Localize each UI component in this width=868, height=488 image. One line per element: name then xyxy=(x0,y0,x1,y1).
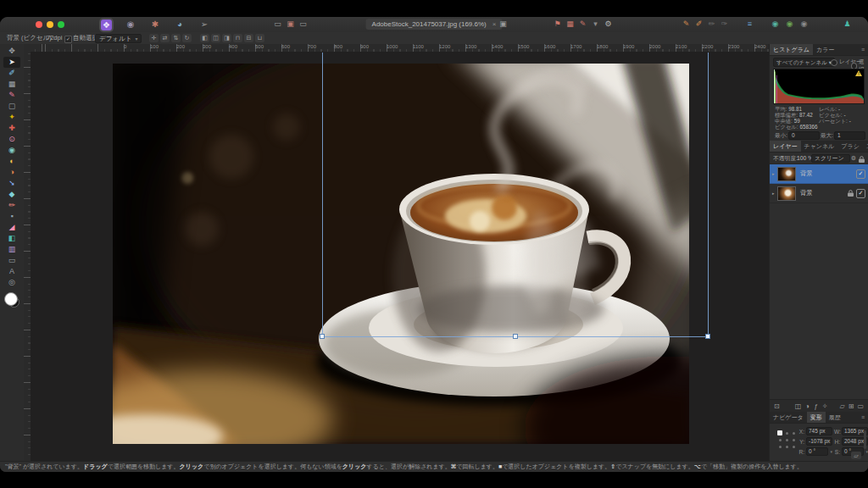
flood-fill-tool[interactable]: ◧ xyxy=(3,233,20,244)
layer-settings-gear-icon[interactable]: ⚙ xyxy=(851,152,856,164)
flip-horizontal-icon[interactable]: ⇄ xyxy=(160,34,170,42)
show-handles-icon[interactable]: ✛ xyxy=(149,34,159,42)
profile-icon[interactable]: ◉ xyxy=(785,19,794,30)
layer-effects-icon[interactable]: ✧ xyxy=(822,402,828,410)
preview-mode-icon[interactable]: ▣ xyxy=(498,19,508,30)
sharpen-tool[interactable]: ◆ xyxy=(3,189,20,200)
transform-x-field[interactable]: X:745 px xyxy=(798,426,832,436)
blemish-removal-tool[interactable]: ⊙ xyxy=(3,134,20,145)
anchor-point-selector[interactable] xyxy=(776,430,797,450)
snap-menu-arrow-icon[interactable]: ▾ xyxy=(591,19,600,30)
liquify-persona[interactable]: ◉ xyxy=(125,19,136,30)
histogram-chart[interactable]: ! xyxy=(773,69,865,104)
tab-layers[interactable]: レイヤー xyxy=(770,141,801,152)
layer-row-background[interactable]: ▸ 背景 ✓ xyxy=(770,184,868,203)
lock-icon[interactable] xyxy=(859,155,865,166)
align-left-icon[interactable]: ◧ xyxy=(200,34,209,42)
add-layer-icon[interactable]: ⊞ xyxy=(849,402,854,410)
align-bottom-icon[interactable]: ⊔ xyxy=(255,34,264,42)
min-input[interactable]: 0 xyxy=(788,131,820,140)
transform-r-field[interactable]: R:0 °▾ xyxy=(798,446,832,457)
visibility-checkbox[interactable]: ✓ xyxy=(856,169,865,179)
insert-inside-icon[interactable]: ✏ xyxy=(707,19,716,30)
split-screen-icon[interactable]: ▭ xyxy=(298,19,308,30)
close-document-icon[interactable]: × xyxy=(492,20,497,28)
tab-history[interactable]: 履歴 xyxy=(826,412,844,423)
zoom-actual-icon[interactable]: ▣ xyxy=(286,19,295,30)
marquee-tool[interactable]: ▢ xyxy=(3,101,20,112)
erase-brush-tool[interactable]: ◢ xyxy=(3,222,20,233)
tab-transform[interactable]: 変形 xyxy=(807,412,826,423)
layer-thumbnail[interactable] xyxy=(777,186,796,201)
tab-color[interactable]: カラー xyxy=(813,44,837,55)
layer-thumbnail[interactable] xyxy=(777,167,796,181)
tab-channels[interactable]: チャンネル xyxy=(801,141,838,152)
auto-select-checkbox[interactable]: ✓ xyxy=(64,36,72,43)
minimize-window-button[interactable] xyxy=(47,21,53,28)
color-sync-icon[interactable]: ◉ xyxy=(771,19,780,30)
remove-layer-icon[interactable]: ▭ xyxy=(857,402,864,410)
channel-dropdown[interactable]: すべてのチャンネル ▾ xyxy=(773,58,835,67)
panel-menu-icon[interactable]: ≡ xyxy=(858,44,868,55)
mask-layer-icon[interactable]: ◫ xyxy=(795,402,802,410)
snap-grid-icon[interactable]: ▦ xyxy=(565,19,575,30)
shear-button[interactable]: ▱ xyxy=(851,452,861,459)
rotate-ccw-icon[interactable]: ↻ xyxy=(182,34,192,42)
close-window-button[interactable] xyxy=(36,21,42,28)
snapping-flag-icon[interactable]: ⚑ xyxy=(553,19,562,30)
align-middle-icon[interactable]: ⊟ xyxy=(244,34,253,42)
selection-brush-tool[interactable]: ✎ xyxy=(3,90,20,101)
flood-select-tool[interactable]: ✦ xyxy=(3,112,20,123)
canvas-viewport[interactable] xyxy=(31,52,770,462)
photo-coffee-cup[interactable] xyxy=(113,64,689,444)
foreground-colour-icon[interactable] xyxy=(4,292,18,306)
account-icon[interactable]: ♟ xyxy=(843,19,852,30)
rectangle-tool[interactable]: ▭ xyxy=(3,255,20,266)
selection-right-edge[interactable] xyxy=(708,53,709,336)
tab-histogram[interactable]: ヒストグラム xyxy=(770,44,813,55)
pixel-tool[interactable]: ▪ xyxy=(3,211,20,222)
tone-mapping-persona[interactable]: ◕ xyxy=(174,19,186,30)
max-input[interactable]: 1 xyxy=(834,131,865,140)
selection-handle-bottom-right[interactable] xyxy=(705,334,710,339)
align-right-icon[interactable]: ◨ xyxy=(222,34,231,42)
zoom-window-button[interactable] xyxy=(58,21,64,28)
adjustment-layer-icon[interactable]: ◑ xyxy=(804,402,810,410)
preset-dropdown[interactable]: デフォルト▾ xyxy=(95,34,142,43)
gear-icon[interactable]: ⚙ xyxy=(604,19,613,30)
align-center-icon[interactable]: ◫ xyxy=(211,34,220,42)
text-tool[interactable]: A xyxy=(3,266,20,277)
dodge-brush-tool[interactable]: ◐ xyxy=(3,156,20,167)
healing-brush-tool[interactable]: ✚ xyxy=(3,123,20,134)
visibility-checkbox[interactable]: ✓ xyxy=(856,189,865,198)
transform-h-field[interactable]: H:2048 px xyxy=(834,436,868,446)
tab-stock[interactable]: ストック xyxy=(863,141,868,152)
layer-row-background-copy[interactable]: ▸ 背景 ✓ xyxy=(770,164,868,184)
cloud-icon[interactable]: ◉ xyxy=(799,19,809,30)
aspect-link-handle[interactable] xyxy=(864,430,866,449)
export-persona[interactable]: ➢ xyxy=(198,19,210,30)
align-top-icon[interactable]: ⊓ xyxy=(233,34,242,42)
selection-handle-bottom-left[interactable] xyxy=(320,334,325,339)
develop-persona[interactable]: ✱ xyxy=(149,19,161,30)
color-picker-tool[interactable]: ✐ xyxy=(3,68,20,79)
photo-persona[interactable]: ❖ xyxy=(101,19,112,30)
tab-navigator[interactable]: ナビゲータ xyxy=(770,412,807,423)
panel-menu-icon[interactable]: ≡ xyxy=(858,412,868,423)
tab-brushes[interactable]: ブラシ xyxy=(837,141,863,152)
paint-brush-tool[interactable]: ✏ xyxy=(3,200,20,211)
snap-pen-icon[interactable]: ✎ xyxy=(578,19,587,30)
crop-tool[interactable]: ▦ xyxy=(3,79,20,90)
zoom-fit-icon[interactable]: ▭ xyxy=(273,19,282,30)
transform-w-field[interactable]: W:1365 px xyxy=(834,426,868,436)
burn-brush-tool[interactable]: ◑ xyxy=(3,167,20,178)
insert-on-top-icon[interactable]: ✐ xyxy=(694,19,704,30)
group-layers-icon[interactable]: ▱ xyxy=(839,402,844,410)
clone-brush-tool[interactable]: ◉ xyxy=(3,145,20,156)
insert-behind-icon[interactable]: ✎ xyxy=(682,19,691,30)
gradient-tool[interactable]: ▥ xyxy=(3,244,20,255)
flip-vertical-icon[interactable]: ⇅ xyxy=(171,34,181,42)
smudge-tool[interactable]: ➘ xyxy=(3,178,20,189)
insert-after-icon[interactable]: ✑ xyxy=(720,19,729,30)
selection-left-edge[interactable] xyxy=(322,53,323,336)
